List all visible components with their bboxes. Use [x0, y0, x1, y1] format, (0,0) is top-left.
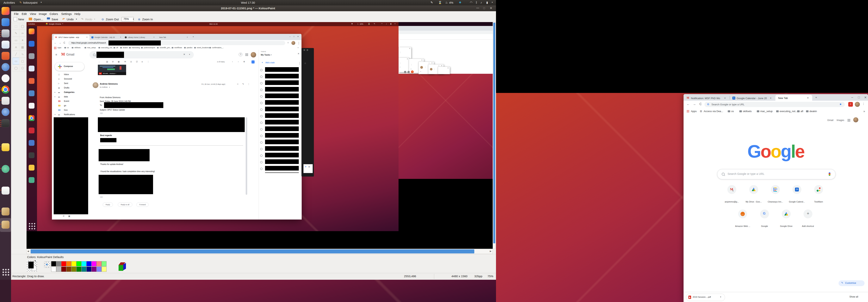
palette-color[interactable] [51, 267, 56, 272]
bookmark-folder-os[interactable]: os [728, 110, 734, 113]
zoom-in-button[interactable]: Zoom In [142, 18, 153, 21]
palette-color[interactable] [61, 267, 66, 272]
tool-curve[interactable]: ∿ [19, 51, 26, 58]
scroll-right-arrow-icon[interactable]: ▶ [490, 250, 491, 253]
bookmark-folder-deakin[interactable]: deakin [806, 110, 817, 113]
undo-button[interactable]: Undo [67, 18, 73, 21]
forward-button[interactable]: Forward [136, 202, 149, 207]
palette-color[interactable] [76, 267, 81, 272]
shortcut-calendar[interactable]: 29 Google Calend... [793, 185, 801, 206]
tab-notification[interactable]: M Notification: MSF PhD Wo × [685, 95, 728, 101]
add-task-plus-icon[interactable]: + [261, 61, 263, 64]
clock[interactable]: Wed 17:30 [232, 1, 264, 4]
dock-zotero[interactable] [2, 97, 9, 105]
minimize-icon[interactable]: — [476, 6, 479, 9]
bookmark-folder[interactable]: workflows [172, 47, 182, 48]
new-doc-icon[interactable] [13, 17, 17, 21]
trimmed-content-icon[interactable]: ⋯ [100, 112, 103, 114]
tab-close-icon[interactable]: × [770, 97, 772, 100]
newer-icon[interactable]: ‹ [232, 61, 233, 63]
tool-polygon[interactable]: ⬠ [19, 65, 26, 71]
more-menu-icon[interactable]: ⋮ [297, 41, 300, 45]
tab-close-icon[interactable]: × [724, 97, 726, 100]
settings-gear-icon[interactable]: ⚙ [243, 61, 245, 63]
shortcut-gmail[interactable]: M1 anjsimmo@g... [727, 185, 736, 206]
palette-color[interactable] [71, 261, 76, 266]
hangouts-phone-icon[interactable]: ✆ [63, 215, 64, 217]
dock-notes[interactable] [2, 143, 9, 151]
sidebar-item-drafts[interactable]: Drafts [64, 87, 69, 89]
palette-color[interactable] [86, 261, 91, 266]
dock-red-swirl-app[interactable] [2, 187, 9, 195]
bookmark-folder[interactable]: event_locations [194, 47, 209, 48]
hamburger-icon[interactable]: ≡ [55, 53, 57, 56]
reply-icon[interactable]: ↰ [242, 83, 244, 86]
page-search-box[interactable]: Search Google or type a URL [717, 169, 835, 179]
chrome-close-icon[interactable]: ✕ [864, 96, 867, 99]
tool-color-picker[interactable]: ✦ [19, 37, 26, 43]
zoom-out-button[interactable]: Zoom Out [106, 18, 119, 21]
fg-color[interactable] [28, 262, 34, 269]
palette-color[interactable] [96, 267, 101, 272]
sidebar-item-snoozed[interactable]: Snoozed [64, 78, 72, 80]
apps-grid-icon[interactable] [687, 110, 689, 112]
add-to-tasks-icon[interactable]: ☑ [136, 61, 138, 63]
activities-button[interactable]: Activities [3, 1, 15, 4]
tab-calendar[interactable]: 31 Google Calendar - June 20 × [731, 95, 774, 101]
palette-color[interactable] [66, 261, 71, 266]
shortcut-google-drive[interactable]: Google Drive [782, 209, 791, 231]
message-scrollbar[interactable] [246, 117, 247, 195]
shortcut-drive[interactable]: My Drive - Goo... [749, 185, 758, 206]
zoom-level-combo[interactable]: 75% [122, 17, 134, 22]
video-embed[interactable]: ▶ BiDaML - Andrew + [98, 65, 126, 75]
bookmark-access[interactable]: Access via Dea... [704, 110, 723, 113]
system-menu-caret-icon[interactable]: ▾ [492, 1, 493, 3]
tool-fill[interactable]: ▦ [19, 44, 26, 51]
back-icon[interactable]: ← [687, 102, 690, 106]
tool-line[interactable]: ╱ [12, 51, 19, 58]
images-link[interactable]: Images [837, 119, 844, 122]
undo-icon[interactable]: ↶ [62, 18, 65, 21]
search-clear-icon[interactable]: ✕ [183, 53, 185, 56]
new-button[interactable]: New [18, 18, 24, 21]
zoom-in-icon[interactable]: ⊕ [138, 18, 141, 21]
forward-icon[interactable]: → [693, 102, 696, 106]
bookmark-folder[interactable]: confirmation_... [209, 47, 224, 48]
bluetooth-icon[interactable]: ᛒ [476, 1, 477, 4]
google-apps-icon[interactable] [847, 119, 850, 122]
swap-colors-icon[interactable]: ↰ [34, 260, 36, 263]
dock-libreoffice-writer[interactable] [2, 41, 9, 48]
move-to-icon[interactable]: ▸ [142, 61, 143, 63]
back-to-list-icon[interactable]: ← [98, 61, 100, 63]
palette-color[interactable] [86, 267, 91, 272]
tab-close-icon[interactable]: × [120, 36, 121, 38]
message-more-icon[interactable]: ⋮ [248, 83, 250, 86]
extension-icon[interactable]: ⠿ [848, 102, 853, 107]
bookmark-folder[interactable]: pandoc [184, 47, 193, 48]
bookmark-folder[interactable]: scientific_pro... [157, 47, 171, 48]
bookmark-folder-executing[interactable]: executing_not... [776, 110, 798, 113]
google-apps-icon[interactable] [245, 53, 248, 56]
inner-tab-library[interactable]: Library Home | Library × [124, 35, 157, 40]
palette-color[interactable] [101, 267, 106, 272]
apps-grid-icon[interactable] [54, 47, 56, 49]
kolourpaint-title-bar[interactable]: 2019-07-01-111501.png * — KolourPaint — … [0, 5, 496, 11]
page-avatar[interactable] [853, 117, 858, 122]
bookmark-apps[interactable]: Apps [57, 47, 61, 48]
palette-color[interactable] [81, 261, 86, 266]
hangouts-contacts-icon[interactable]: ▣ [68, 215, 70, 217]
chrome-menu-icon[interactable]: ⋮ [862, 102, 865, 105]
menu-file[interactable]: File [14, 12, 19, 15]
dock-kolourpaint[interactable] [2, 207, 9, 215]
shortcut-towwarn[interactable]: TowWarn [814, 185, 823, 206]
shortcut-clearways[interactable]: Clearways Inn... [771, 185, 780, 206]
show-applications-icon[interactable] [2, 268, 9, 276]
bookmark-apps[interactable]: Apps [691, 110, 697, 113]
bookmark-star-filled-icon[interactable]: ★ [839, 103, 842, 106]
sidebar-item-gov[interactable]: Gov [64, 109, 68, 111]
tasks-addon-icon[interactable] [251, 60, 255, 64]
fg-bg-color-swatch[interactable]: ↰ [27, 260, 37, 272]
tool-rounded-rect[interactable]: ▢ [19, 58, 26, 64]
tab-close-icon[interactable]: × [153, 36, 154, 38]
open-button[interactable]: Open... [34, 18, 43, 21]
